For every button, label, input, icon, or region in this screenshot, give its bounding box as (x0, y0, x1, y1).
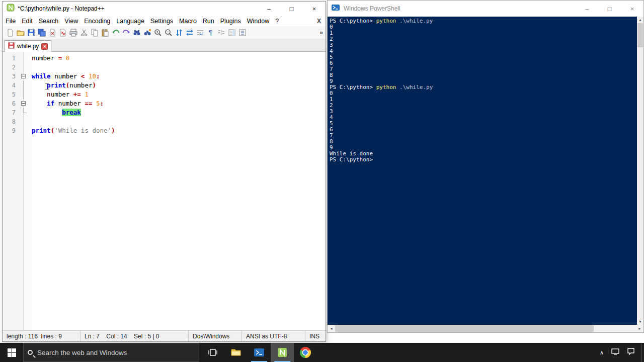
function-list-icon[interactable] (237, 28, 248, 38)
code-line[interactable]: 3while number < 10: (3, 72, 326, 81)
sync-horizontal-scroll-icon[interactable] (184, 28, 195, 38)
code-line[interactable]: 9print('While is done') (3, 126, 326, 135)
taskbar-task-view-icon[interactable] (201, 343, 224, 362)
taskbar-file-explorer-icon[interactable] (224, 343, 248, 362)
status-encoding[interactable]: ANSI as UTF-8 (242, 331, 305, 341)
menu-settings[interactable]: Settings (147, 16, 176, 26)
tab-close-icon[interactable]: × (41, 43, 48, 50)
line-number[interactable]: 9 (3, 126, 20, 135)
code-line[interactable]: 7 break (3, 108, 326, 117)
line-number[interactable]: 2 (3, 63, 20, 72)
word-wrap-icon[interactable] (195, 28, 205, 38)
menu-view[interactable]: View (61, 16, 81, 26)
tab-while-py[interactable]: while.py × (5, 40, 51, 52)
show-desktop-button[interactable] (641, 343, 644, 362)
line-number[interactable]: 7 (3, 108, 20, 117)
save-all-icon[interactable] (36, 28, 47, 38)
horizontal-scrollbar[interactable]: ◄ ► (328, 325, 643, 332)
code-line[interactable]: 4 print(number) (3, 81, 326, 90)
minimize-button[interactable]: – (258, 2, 280, 16)
code-text (28, 63, 32, 72)
status-insert-mode[interactable]: INS (305, 331, 326, 341)
taskbar-powershell-icon[interactable] (248, 343, 271, 362)
paste-icon[interactable] (100, 28, 110, 38)
scroll-right-icon[interactable]: ► (636, 325, 643, 332)
menu-encoding[interactable]: Encoding (81, 16, 113, 26)
code-line[interactable]: 8 (3, 117, 326, 126)
menu-edit[interactable]: Edit (19, 16, 36, 26)
save-icon[interactable] (26, 28, 36, 38)
status-eol-format[interactable]: Dos\Windows (189, 331, 242, 341)
maximize-button[interactable]: □ (598, 1, 621, 17)
undo-icon[interactable] (110, 28, 121, 38)
menu-window[interactable]: Window (244, 16, 272, 26)
horizontal-scroll-track[interactable] (335, 325, 636, 332)
indent-guide-icon[interactable] (216, 28, 226, 38)
line-number[interactable]: 5 (3, 90, 20, 99)
fold-collapse-icon[interactable] (20, 72, 28, 81)
zoom-in-icon[interactable] (152, 28, 163, 38)
menu-language[interactable]: Language (113, 16, 147, 26)
network-icon[interactable] (611, 347, 619, 357)
menu-search[interactable]: Search (36, 16, 62, 26)
notepadpp-window: *C:\python\while.py - Notepad++ – □ × Fi… (2, 1, 326, 342)
scroll-left-icon[interactable]: ◄ (328, 325, 335, 332)
line-number[interactable]: 3 (3, 72, 20, 81)
taskbar-chrome-icon[interactable] (294, 343, 317, 362)
document-map-icon[interactable] (226, 28, 237, 38)
console-line: 6 (330, 60, 637, 66)
line-number[interactable]: 8 (3, 117, 20, 126)
scroll-down-icon[interactable]: ▼ (637, 318, 643, 325)
menu-macro[interactable]: Macro (176, 16, 200, 26)
console-output[interactable]: PS C:\python> python .\while.py012345678… (328, 17, 637, 325)
menu-overflow-x[interactable]: X (317, 18, 326, 25)
cut-icon[interactable] (78, 28, 89, 38)
sync-vertical-scroll-icon[interactable] (174, 28, 184, 38)
menu-run[interactable]: Run (200, 16, 217, 26)
zoom-out-icon[interactable] (163, 28, 174, 38)
new-file-icon[interactable] (5, 28, 15, 38)
close-button[interactable]: × (621, 1, 643, 17)
code-line[interactable]: 1number = 0 (3, 54, 326, 63)
toolbar-overflow-icon[interactable]: » (319, 29, 326, 36)
notepadpp-title-bar[interactable]: *C:\python\while.py - Notepad++ – □ × (3, 2, 326, 16)
vertical-scroll-track[interactable] (637, 23, 643, 318)
print-icon[interactable] (68, 28, 78, 38)
fold-collapse-icon[interactable] (20, 99, 28, 108)
start-button[interactable] (0, 343, 23, 362)
code-line[interactable]: 5 number += 1 (3, 90, 326, 99)
minimize-button[interactable]: – (576, 1, 598, 17)
tray-chevron-icon[interactable]: ∧ (600, 349, 604, 356)
scroll-up-icon[interactable]: ▲ (637, 17, 643, 23)
replace-icon[interactable] (142, 28, 152, 38)
menu-help[interactable]: ? (272, 16, 282, 26)
editor[interactable]: 1number = 023while number < 10:4 print(n… (3, 52, 326, 330)
code-line[interactable]: 2 (3, 63, 326, 72)
powershell-title-bar[interactable]: Windows PowerShell – □ × (328, 1, 643, 17)
open-file-icon[interactable] (15, 28, 26, 38)
action-center-icon[interactable] (627, 347, 635, 357)
copy-icon[interactable] (89, 28, 100, 38)
fold-margin-cell (20, 108, 28, 117)
taskbar-notepadpp-icon[interactable] (271, 343, 294, 362)
line-number[interactable]: 4 (3, 81, 20, 90)
line-number[interactable]: 1 (3, 54, 20, 63)
find-icon[interactable] (131, 28, 142, 38)
horizontal-scroll-thumb[interactable] (335, 325, 594, 332)
taskbar-search[interactable] (23, 343, 199, 362)
vertical-scroll-thumb[interactable] (637, 23, 643, 47)
show-all-characters-icon[interactable]: ¶ (205, 28, 216, 38)
redo-icon[interactable] (121, 28, 131, 38)
close-all-icon[interactable] (57, 28, 68, 38)
close-button[interactable]: × (303, 2, 326, 16)
status-bar: length : 116 lines : 9 Ln : 7 Col : 14 S… (3, 330, 326, 341)
menu-file[interactable]: File (3, 16, 19, 26)
maximize-button[interactable]: □ (280, 2, 303, 16)
line-number[interactable]: 6 (3, 99, 20, 108)
menu-plugins[interactable]: Plugins (217, 16, 244, 26)
search-input[interactable] (37, 349, 195, 356)
vertical-scrollbar[interactable]: ▲ ▼ (637, 17, 643, 325)
code-line[interactable]: 6 if number == 5: (3, 99, 326, 108)
close-icon[interactable] (47, 28, 57, 38)
console-line: PS C:\python> python .\while.py (330, 18, 637, 24)
